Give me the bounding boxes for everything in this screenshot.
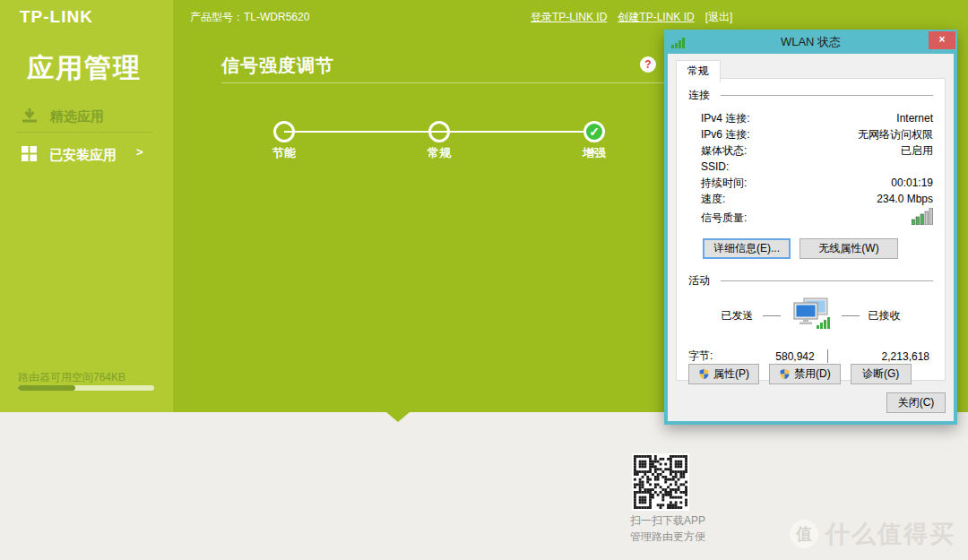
diagnose-button[interactable]: 诊断(G) [851,364,912,384]
storage-progressbar [18,385,154,391]
general-tab-panel: 连接 IPv4 连接:Internet IPv6 连接:无网络访问权限 媒体状态… [676,78,946,381]
row-label: 媒体状态: [701,143,747,159]
row-label: SSID: [701,160,729,173]
bytes-row: 字节: 580,942 2,213,618 [688,349,933,364]
row-value: 无网络访问权限 [858,127,933,142]
row-value: 234.0 Mbps [877,193,933,205]
sent-label: 已发送 [722,308,754,323]
received-label: 已接收 [869,308,901,323]
sidebar-item-label: 精选应用 [50,108,104,125]
step-enhanced[interactable]: ✓ [583,121,605,142]
download-icon [22,108,38,125]
close-icon[interactable]: × [929,31,955,49]
step-label-enhanced: 增强 [567,145,621,161]
row-label: IPv6 连接: [701,127,750,142]
uac-shield-icon [698,368,710,380]
uac-shield-icon [779,368,791,380]
close-button[interactable]: 关闭(C) [886,392,946,413]
group-divider [721,95,933,96]
page-title: 应用管理 [27,50,142,87]
step-eco[interactable] [273,121,295,142]
row-label: 速度: [701,192,725,207]
wlan-status-dialog: WLAN 状态 × 常规 连接 IPv4 连接:Internet IPv6 连接… [664,30,957,425]
qr-caption-line1: 扫一扫下载APP [630,513,705,529]
activity-graphic: 已发送 已接收 [688,297,933,334]
row-value: Internet [896,112,933,125]
login-tplink-id-link[interactable]: 登录TP-LINK ID [531,10,607,25]
ipv4-row: IPv4 连接:Internet [701,110,933,126]
app-grid-icon [22,146,37,164]
step-label-eco: 节能 [257,145,311,161]
dash-line [842,315,860,316]
media-state-row: 媒体状态:已启用 [701,142,933,159]
signal-quality-icon [912,208,933,228]
dialog-body: 常规 连接 IPv4 连接:Internet IPv6 连接:无网络访问权限 媒… [668,54,954,421]
tab-general[interactable]: 常规 [676,60,721,82]
create-tplink-id-link[interactable]: 创建TP-LINK ID [618,10,694,25]
qr-caption-line2: 管理路由更方便 [630,529,705,545]
bottom-nav: ✓ 网络状态 1 设备管理 [0,412,968,560]
row-label: IPv4 连接: [701,111,750,126]
duration-row: 持续时间:00:01:19 [701,175,933,191]
app-download-qr-code [632,453,689,511]
properties-button[interactable]: 属性(P) [688,364,759,384]
network-computers-icon [790,297,833,334]
sidebar-divider [16,132,152,133]
dialog-titlebar[interactable]: WLAN 状态 × [664,30,957,54]
activity-group-header: 活动 [688,273,933,289]
help-icon[interactable]: ? [640,56,656,73]
speed-row: 速度:234.0 Mbps [701,191,933,207]
sidebar-item-installed-apps[interactable]: 已安装应用 [0,142,173,168]
product-model-label: 产品型号：TL-WDR5620 [190,10,309,25]
row-value: 已启用 [901,143,933,159]
storage-available-text: 路由器可用空间764KB [18,370,125,385]
bytes-sent-value: 580,942 [713,350,826,363]
chevron-right-icon: > [136,145,143,159]
row-label: 信号质量: [701,211,747,226]
smzdm-logo-icon: 值 [790,520,818,548]
row-label: 持续时间: [701,176,747,191]
bytes-received-value: 2,213,618 [828,350,933,363]
connection-group-header: 连接 [688,88,933,103]
watermark-text: 什么值得买 [825,518,955,550]
group-divider [721,280,933,281]
button-label: 禁用(D) [794,366,831,382]
qr-caption: 扫一扫下载APP 管理路由更方便 [630,513,705,545]
row-value: 00:01:19 [891,177,933,189]
connection-group-label: 连接 [688,88,710,103]
sidebar: TP-LINK 应用管理 精选应用 已安装应用 > 路由器可用空间764KB [0,0,173,412]
step-normal[interactable] [428,121,450,142]
details-button[interactable]: 详细信息(E)... [703,238,791,259]
section-heading: 信号强度调节 [221,54,334,78]
active-tab-notch [386,412,410,422]
sidebar-item-featured-apps[interactable]: 精选应用 [0,103,173,130]
step-label-normal: 常规 [412,145,466,161]
sidebar-item-label: 已安装应用 [49,147,117,164]
ipv6-row: IPv6 连接:无网络访问权限 [701,126,933,142]
logout-link[interactable]: [退出] [705,10,733,25]
dialog-title: WLAN 状态 [664,34,957,50]
ssid-row: SSID: [701,159,933,175]
smzdm-watermark: 值 什么值得买 [790,518,955,550]
button-label: 属性(P) [713,366,749,382]
storage-progress-fill [18,385,75,391]
disable-button[interactable]: 禁用(D) [769,364,841,384]
activity-group-label: 活动 [688,273,710,289]
button-label: 诊断(G) [862,366,899,382]
tplink-logo: TP-LINK [20,7,93,27]
signal-quality-row: 信号质量: [701,207,933,228]
wireless-properties-button[interactable]: 无线属性(W) [799,238,898,259]
account-links: 登录TP-LINK ID 创建TP-LINK ID [退出] [531,10,732,25]
dash-line [763,315,781,316]
bytes-label: 字节: [688,349,713,364]
